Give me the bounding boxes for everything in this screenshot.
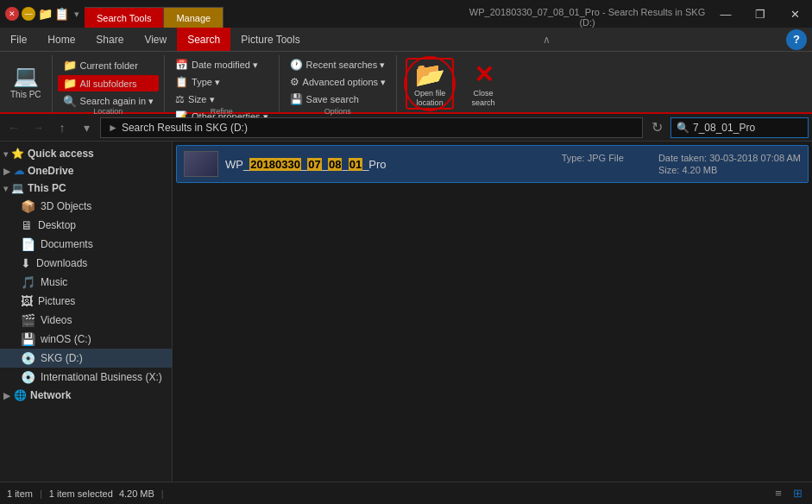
save-search-btn[interactable]: 💾 Save search — [285, 91, 392, 107]
menu-bar: File Home Share View Search Picture Tool… — [0, 28, 812, 52]
onedrive-icon: ☁ — [14, 165, 24, 177]
name-part-1: WP_ — [225, 158, 249, 171]
size-icon: ⚖ — [175, 93, 185, 105]
menu-search[interactable]: Search — [177, 28, 230, 51]
music-icon: 🎵 — [21, 275, 35, 289]
sidebar-item-downloads[interactable]: ⬇ Downloads — [0, 254, 172, 273]
sidebar-section-onedrive[interactable]: ▶ ☁ OneDrive — [0, 162, 172, 180]
back-btn[interactable]: ← — [3, 117, 24, 138]
close-search-btn[interactable]: ✕ Close search — [459, 58, 507, 110]
computer-icon: 💻 — [11, 182, 24, 194]
sidebar-section-network[interactable]: ▶ 🌐 Network — [0, 387, 172, 404]
sidebar-item-music[interactable]: 🎵 Music — [0, 273, 172, 292]
main-content: ▾ ⭐ Quick access ▶ ☁ OneDrive ▾ 💻 This P… — [0, 142, 812, 482]
advanced-options-btn[interactable]: ⚙ Advanced options ▾ — [285, 74, 392, 90]
ribbon-group-thispc: 💻 This PC — [0, 55, 53, 112]
ribbon-group-options: 🕐 Recent searches ▾ ⚙ Advanced options ▾… — [280, 55, 398, 112]
sidebar-item-intl-business[interactable]: 💿 International Business (X:) — [0, 368, 172, 387]
file-name: WP_20180330_07_08_01_Pro — [225, 158, 387, 171]
help-button[interactable]: ? — [786, 29, 807, 50]
sidebar-item-documents[interactable]: 📄 Documents — [0, 235, 172, 254]
all-subfolders-btn[interactable]: 📁 All subfolders — [58, 75, 160, 91]
sidebar-item-skgd[interactable]: 💿 SKG (D:) — [0, 349, 172, 368]
sidebar-item-desktop[interactable]: 🖥 Desktop — [0, 216, 172, 235]
menu-picture-tools[interactable]: Picture Tools — [230, 28, 310, 51]
name-highlight-2: 07 — [307, 158, 321, 171]
sidebar-section-quick-access[interactable]: ▾ ⭐ Quick access — [0, 145, 172, 162]
list-view-btn[interactable]: ≡ — [771, 486, 786, 501]
address-bar: ← → ↑ ▾ ► Search Results in SKG (D:) ↻ 🔍… — [0, 114, 812, 142]
name-highlight-4: 01 — [349, 158, 362, 171]
quick-access-toolbar: ✕ — 📁 📋 ▾ — [0, 7, 85, 21]
expand-icon: ▶ — [3, 391, 10, 400]
tab-manage[interactable]: Manage — [164, 7, 223, 28]
menu-file[interactable]: File — [0, 28, 37, 51]
menu-view[interactable]: View — [134, 28, 177, 51]
open-file-location-btn[interactable]: 📂 Open file location — [406, 58, 454, 110]
videos-icon: 🎬 — [21, 313, 35, 327]
recent-searches-btn[interactable]: 🕐 Recent searches ▾ — [285, 57, 392, 72]
file-thumbnail — [184, 151, 218, 177]
close-window-btn[interactable]: ✕ — [777, 0, 812, 28]
name-part-3: _ — [322, 158, 328, 171]
folder-yellow-icon: 📂 — [415, 60, 445, 89]
type-btn[interactable]: 📋 Type ▾ — [170, 74, 274, 90]
current-folder-btn[interactable]: 📁 Current folder — [58, 57, 160, 73]
sidebar-item-videos[interactable]: 🎬 Videos — [0, 311, 172, 330]
window-title: WP_20180330_07_08_01_Pro - Search Result… — [466, 7, 708, 28]
type-icon: 📋 — [175, 76, 188, 88]
search-again-icon: 🔍 — [63, 95, 77, 108]
search-icon: 🔍 — [677, 122, 689, 134]
title-bar: ✕ — 📁 📋 ▾ Search Tools Manage WP_2018033… — [0, 0, 812, 28]
downloads-icon: ⬇ — [21, 256, 31, 270]
advanced-icon: ⚙ — [290, 76, 299, 88]
skgd-icon: 💿 — [21, 351, 35, 365]
intl-icon: 💿 — [21, 370, 35, 384]
address-path[interactable]: ► Search Results in SKG (D:) — [100, 117, 643, 138]
name-part-4: _ — [342, 158, 348, 171]
tab-search-tools[interactable]: Search Tools — [85, 7, 164, 28]
app-icon-btn[interactable]: 📋 — [54, 7, 68, 21]
ribbon: 💻 This PC 📁 Current folder 📁 All subfold… — [0, 52, 812, 114]
computer-icon: 💻 — [13, 64, 39, 88]
forward-btn[interactable]: → — [28, 117, 48, 138]
ribbon-group-refine: 📅 Date modified ▾ 📋 Type ▾ ⚖ Size ▾ 📝 Ot… — [165, 55, 280, 112]
close-btn[interactable]: ✕ — [5, 7, 19, 21]
open-file-location-container: 📂 Open file location — [406, 58, 454, 110]
network-icon: 🌐 — [14, 389, 27, 401]
winos-icon: 💾 — [21, 332, 35, 346]
file-type: Type: JPG File — [562, 153, 624, 175]
menu-share[interactable]: Share — [85, 28, 134, 51]
recent-locations-btn[interactable]: ▾ — [76, 117, 97, 138]
size-btn[interactable]: ⚖ Size ▾ — [170, 91, 274, 107]
minimize-btn[interactable]: — — [22, 7, 35, 21]
sidebar-item-pictures[interactable]: 🖼 Pictures — [0, 292, 172, 311]
pictures-icon: 🖼 — [21, 294, 33, 308]
detail-view-btn[interactable]: ⊞ — [790, 486, 805, 501]
search-box[interactable]: 🔍 ✕ — [670, 117, 809, 138]
3dobjects-icon: 📦 — [21, 199, 35, 213]
expand-icon: ▶ — [3, 167, 10, 176]
folder-icon-btn[interactable]: 📁 — [38, 7, 52, 21]
up-btn[interactable]: ↑ — [52, 117, 72, 138]
location-col: 📁 Current folder 📁 All subfolders 🔍 Sear… — [58, 57, 160, 110]
refresh-btn[interactable]: ↻ — [646, 117, 667, 138]
save-icon: 💾 — [290, 93, 303, 105]
sidebar-item-3dobjects[interactable]: 📦 3D Objects — [0, 197, 172, 216]
sidebar-section-thispc[interactable]: ▾ 💻 This PC — [0, 180, 172, 197]
minimize-window-btn[interactable]: — — [708, 0, 743, 28]
desktop-icon: 🖥 — [21, 218, 33, 232]
thumbnail-image — [185, 152, 217, 176]
ribbon-group-location: 📁 Current folder 📁 All subfolders 🔍 Sear… — [53, 55, 166, 112]
search-input[interactable] — [693, 122, 812, 134]
this-pc-button[interactable]: 💻 This PC — [5, 57, 47, 105]
item-count: 1 item — [7, 488, 33, 499]
file-meta: Type: JPG File Date taken: 30-03-2018 07… — [562, 153, 801, 175]
restore-window-btn[interactable]: ❐ — [743, 0, 777, 28]
date-modified-btn[interactable]: 📅 Date modified ▾ — [170, 57, 274, 72]
menu-home[interactable]: Home — [37, 28, 85, 51]
close-search-label: Close search — [463, 89, 504, 108]
sidebar-item-winos[interactable]: 💾 winOS (C:) — [0, 330, 172, 349]
ribbon-toggle[interactable]: ∧ — [543, 34, 554, 46]
file-item[interactable]: WP_20180330_07_08_01_Pro Type: JPG File … — [176, 145, 809, 183]
